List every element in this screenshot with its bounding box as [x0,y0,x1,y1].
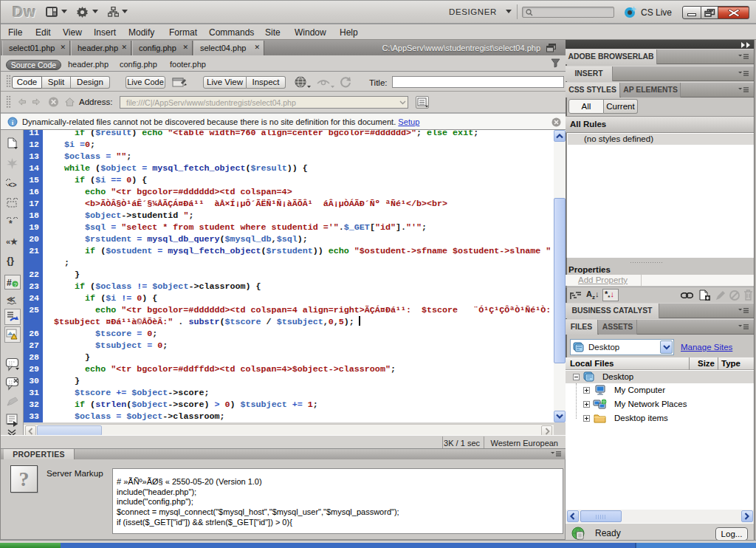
svg-text:#: # [7,278,12,288]
svg-text:*: * [9,219,13,227]
svg-text:«★: «★ [6,237,18,246]
svg-text:<>: <> [8,181,17,189]
svg-text:?: ? [14,281,18,288]
svg-text:{}: {} [7,255,14,266]
svg-text:≪: ≪ [7,295,16,304]
